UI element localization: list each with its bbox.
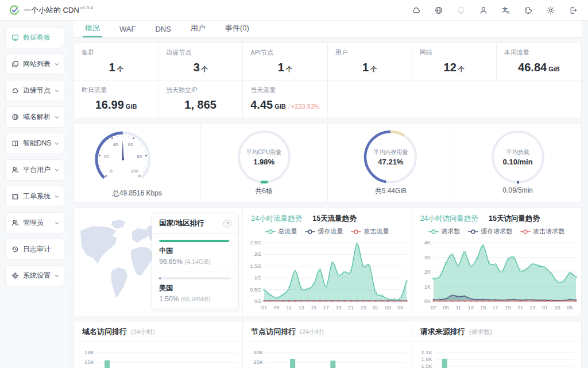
sidebar-item-label: 工单系统 — [23, 191, 51, 201]
sidebar-item-tickets[interactable]: 工单系统 — [5, 186, 64, 207]
svg-text:0G: 0G — [254, 298, 261, 304]
sidebar-item-audit-log[interactable]: 日志审计 — [5, 239, 64, 260]
svg-text:0K: 0K — [424, 298, 431, 304]
svg-text:03: 03 — [385, 305, 391, 310]
cpu-cores-label: 共6核 — [201, 186, 327, 196]
svg-text:09: 09 — [443, 305, 448, 310]
admins-icon — [11, 219, 19, 227]
memory-total-label: 共5.44GiB — [328, 186, 454, 196]
load-average-card: 平均负载0.10/min 0.09/5min — [454, 124, 581, 202]
svg-text:03: 03 — [554, 305, 560, 310]
load-5min-label: 0.09/5min — [454, 186, 581, 194]
book-icon — [11, 140, 19, 147]
geo-map-card: 国家/地区排行? 中国 96.65%(4.14GiB) 美国 1.50%(65.… — [74, 208, 243, 316]
svg-text:0: 0 — [110, 168, 113, 174]
stat-users: 用户1个 — [328, 43, 412, 80]
bell-icon[interactable] — [457, 6, 466, 15]
node-rank-chart: 30K25K20K — [243, 344, 411, 368]
svg-text:01: 01 — [542, 305, 548, 310]
tab-24h-traffic[interactable]: 24小时流量趋势 — [251, 214, 302, 224]
svg-text:2.1K: 2.1K — [421, 349, 432, 355]
legend-item[interactable]: 缓存请求数 — [468, 227, 512, 236]
sidebar-item-label: 日志审计 — [23, 244, 51, 254]
geo-trend-panel: 国家/地区排行? 中国 96.65%(4.14GiB) 美国 1.50%(65.… — [74, 208, 582, 316]
tab-dns[interactable]: DNS — [153, 22, 173, 37]
tab-24h-requests[interactable]: 24小时访问量趋势 — [420, 214, 478, 224]
svg-text:100: 100 — [131, 168, 139, 174]
bandwidth-gauge-card: 020406080100 总49.8516 Kbps — [74, 124, 201, 202]
users-icon — [11, 166, 19, 174]
request-source-rank-chart: 2.1K1.8K1.5K1.2K — [412, 344, 581, 368]
cpu-usage-card: 平均CPU用量1.98% 共6核 — [201, 124, 328, 202]
svg-text:30K: 30K — [253, 349, 264, 355]
tab-15d-traffic[interactable]: 15天流量趋势 — [312, 214, 356, 224]
sidebar-item-settings[interactable]: 系统设置 — [5, 265, 64, 286]
stat-edge-nodes: 边缘节点3个 — [158, 43, 243, 80]
svg-text:07: 07 — [261, 305, 267, 310]
main-content: 概况 WAF DNS 用户 事件(0) 集群1个 边缘节点3个 API节点1个 … — [70, 21, 588, 368]
bandwidth-gauge-chart: 020406080100 — [74, 127, 200, 188]
domain-rank-card: 域名访问排行(24小时) 18K15K12K — [74, 321, 243, 368]
sidebar-item-platform-users[interactable]: 平台用户 — [5, 159, 64, 181]
requests-trend-card: 24小时访问量趋势 15天访问量趋势 请求数缓存请求数攻击请求数 4K3K2K1… — [412, 208, 581, 316]
cloud-icon[interactable] — [412, 6, 421, 15]
sidebar-item-dashboard[interactable]: 数据看板 — [5, 27, 64, 48]
translate-icon[interactable]: 文A — [501, 6, 510, 15]
ticket-icon — [11, 193, 19, 200]
chevron-down-icon — [54, 220, 60, 226]
country-rank-row — [152, 309, 238, 311]
stat-today-traffic: 当天流量4.45GiB/+233.93% — [243, 80, 327, 118]
svg-text:2G: 2G — [254, 251, 261, 257]
tab-waf[interactable]: WAF — [117, 22, 138, 37]
chevron-down-icon — [54, 141, 60, 147]
svg-text:23: 23 — [529, 305, 535, 310]
sidebar-item-label: 智能DNS — [23, 139, 51, 148]
logout-icon[interactable] — [568, 6, 578, 15]
sidebar-item-smart-dns[interactable]: 智能DNS — [5, 133, 64, 154]
chevron-down-icon — [54, 114, 60, 120]
svg-text:15K: 15K — [84, 359, 95, 365]
domain-rank-chart: 18K15K12K — [74, 344, 242, 368]
country-rank-row: 美国 1.50%(65.94MiB) — [152, 271, 238, 309]
sidebar-item-edge-nodes[interactable]: 边缘节点 — [5, 80, 64, 101]
traffic-delta-badge: +233.93% — [291, 103, 320, 110]
legend-item[interactable]: 缓存流量 — [305, 227, 343, 236]
svg-text:1.5K: 1.5K — [421, 363, 432, 368]
traffic-trend-card: 24小时流量趋势 15天流量趋势 总流量缓存流量攻击流量 2.5G2G1.5G1… — [243, 208, 412, 316]
country-rank-title: 国家/地区排行 — [159, 218, 204, 228]
sidebar-item-label: 系统设置 — [23, 271, 51, 281]
chevron-down-icon — [54, 88, 60, 94]
version-badge: v1.0.4 — [80, 5, 93, 10]
sidebar-item-dns-resolve[interactable]: 域名解析 — [5, 106, 64, 128]
tab-overview[interactable]: 概况 — [83, 20, 102, 37]
sidebar-item-admins[interactable]: 管理员 — [5, 212, 64, 233]
svg-text:09: 09 — [274, 305, 280, 310]
tab-15d-requests[interactable]: 15天访问量趋势 — [489, 214, 540, 224]
legend-item[interactable]: 总流量 — [265, 227, 297, 236]
legend-item[interactable]: 攻击流量 — [351, 227, 389, 236]
legend-item[interactable]: 请求数 — [428, 227, 460, 236]
tab-users[interactable]: 用户 — [188, 20, 208, 37]
legend-item[interactable]: 攻击请求数 — [520, 227, 564, 236]
globe-icon[interactable] — [434, 6, 443, 15]
sidebar-item-sites[interactable]: 网站列表 — [5, 53, 64, 75]
svg-text:17: 17 — [323, 305, 329, 310]
svg-text:13: 13 — [299, 305, 304, 310]
svg-text:2K: 2K — [424, 269, 431, 275]
svg-text:07: 07 — [431, 305, 436, 310]
bandwidth-total-label: 总49.8516 Kbps — [74, 189, 200, 198]
chevron-down-icon — [54, 62, 60, 67]
svg-text:18K: 18K — [84, 349, 95, 355]
svg-text:21: 21 — [348, 305, 354, 310]
tab-events[interactable]: 事件(0) — [223, 20, 252, 37]
svg-text:23: 23 — [360, 305, 366, 310]
svg-text:01: 01 — [373, 305, 378, 310]
help-icon[interactable]: ? — [223, 220, 231, 228]
history-icon — [11, 246, 19, 253]
theme-icon[interactable] — [546, 6, 555, 15]
palette-icon[interactable] — [524, 6, 533, 15]
requests-trend-chart: 4K3K2K1K0K070911131517192123010305 — [412, 237, 581, 314]
user-icon[interactable] — [479, 6, 488, 15]
svg-text:19: 19 — [505, 305, 510, 310]
chevron-down-icon — [54, 167, 60, 173]
